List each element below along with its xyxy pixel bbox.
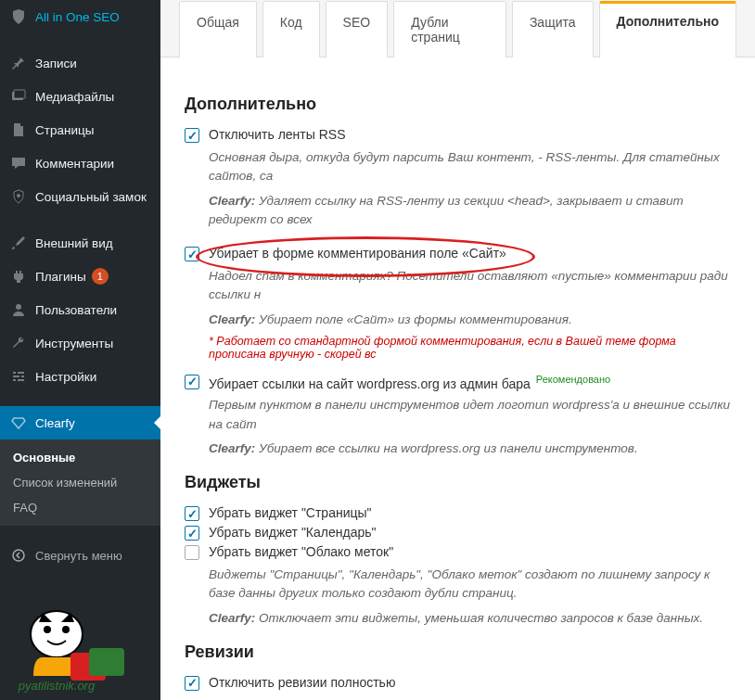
page-icon <box>9 121 28 139</box>
option-remove-website-field: Убирает в форме комментирования поле «Са… <box>185 246 731 361</box>
svg-point-2 <box>18 195 20 197</box>
option-label: Убрать виджет "Страницы" <box>209 505 372 520</box>
option-label: Убрать виджет "Облако меток" <box>209 544 393 559</box>
sidebar-item-posts[interactable]: Записи <box>0 46 160 80</box>
sidebar-item-tools[interactable]: Инструменты <box>0 326 160 360</box>
option-desc: Основная дыра, откуда будут парсить Ваш … <box>209 148 731 186</box>
pin-icon <box>9 54 28 72</box>
sidebar-label: Внешний вид <box>35 236 113 250</box>
section-title-widgets: Виджеты <box>185 473 731 492</box>
sidebar-label: Комментарии <box>35 157 114 171</box>
sidebar-item-clearfy[interactable]: Clearfy <box>0 406 160 439</box>
sidebar-label: Плагины <box>35 270 86 284</box>
user-icon <box>9 300 28 319</box>
checkbox-website-field[interactable] <box>185 247 199 261</box>
checkbox-widget-pages[interactable] <box>185 506 199 521</box>
settings-panel: Дополнительно Отключить ленты RSS Основн… <box>160 57 755 700</box>
submenu-faq[interactable]: FAQ <box>0 495 160 520</box>
checkbox-rss[interactable] <box>185 128 199 143</box>
lock-shield-icon <box>9 187 28 206</box>
sidebar-label: Пользователи <box>35 303 117 317</box>
svg-point-7 <box>62 626 70 633</box>
option-label: Убирает в форме комментирования поле «Са… <box>209 246 506 261</box>
option-desc: Надоел спам в комментариях? Посетители о… <box>209 267 731 305</box>
option-label: Убирает ссылки на сайт wordpress.org из … <box>209 374 610 391</box>
svg-point-3 <box>16 304 21 310</box>
sidebar-label: Записи <box>35 57 77 70</box>
tab-duplicates[interactable]: Дубли страниц <box>393 1 506 57</box>
comment-icon <box>9 154 28 172</box>
tabs-nav: Общая Код SEO Дубли страниц Защита Допол… <box>160 0 755 57</box>
watermark-logo: pyatilistnik.org <box>6 602 145 694</box>
tab-general[interactable]: Общая <box>179 1 257 57</box>
sidebar-item-users[interactable]: Пользователи <box>0 293 160 326</box>
sidebar-item-aioseo[interactable]: All in One SEO <box>0 0 160 33</box>
option-warning: * Работает со стандартной формой коммент… <box>209 335 731 361</box>
sidebar-label: Инструменты <box>35 337 113 350</box>
shield-icon <box>9 7 28 26</box>
checkbox-widget-calendar[interactable] <box>185 526 199 541</box>
option-widget-tagcloud: Убрать виджет "Облако меток" <box>185 544 731 560</box>
sidebar-label: Настройки <box>35 370 96 384</box>
svg-rect-11 <box>89 648 124 676</box>
checkbox-disable-revisions[interactable] <box>185 676 199 691</box>
sidebar-label: Медиафайлы <box>35 90 114 104</box>
svg-rect-1 <box>14 90 25 98</box>
option-clearfy: Clearfy: Убирает все ссылки на wordpress… <box>209 439 731 458</box>
sidebar-item-sociallock[interactable]: Социальный замок <box>0 180 160 213</box>
widgets-desc: Виджеты "Страницы", "Календарь", "Облако… <box>209 566 731 604</box>
checkbox-wplinks[interactable] <box>185 375 199 389</box>
admin-sidebar: All in One SEO Записи Медиафайлы Страниц… <box>0 0 160 700</box>
submenu-changelog[interactable]: Список изменений <box>0 470 160 495</box>
sidebar-label: All in One SEO <box>35 10 120 24</box>
option-label: Отключить ленты RSS <box>209 127 346 142</box>
sidebar-label: Страницы <box>35 123 94 137</box>
sliders-icon <box>9 367 28 386</box>
diamond-icon <box>9 414 28 432</box>
option-widget-calendar: Убрать виджет "Календарь" <box>185 525 731 541</box>
option-label: Убрать виджет "Календарь" <box>209 525 376 540</box>
option-desc: Первым пунктом в панели инструментов иде… <box>209 396 731 434</box>
sidebar-item-pages[interactable]: Страницы <box>0 113 160 146</box>
sidebar-item-media[interactable]: Медиафайлы <box>0 80 160 113</box>
wrench-icon <box>9 334 28 352</box>
update-badge: 1 <box>92 268 109 285</box>
collapse-label: Свернуть меню <box>35 549 122 563</box>
sidebar-item-plugins[interactable]: Плагины1 <box>0 260 160 293</box>
option-label: Отключить ревизии полностью <box>209 675 395 690</box>
sidebar-label: Clearfy <box>35 416 75 430</box>
submenu-main[interactable]: Основные <box>0 445 160 470</box>
content-area: Общая Код SEO Дубли страниц Защита Допол… <box>160 0 755 700</box>
tab-additional[interactable]: Дополнительно <box>599 1 736 57</box>
collapse-icon <box>9 546 28 565</box>
option-disable-rss: Отключить ленты RSS Основная дыра, откуд… <box>185 127 731 229</box>
option-widget-pages: Убрать виджет "Страницы" <box>185 505 731 521</box>
svg-point-4 <box>13 550 24 561</box>
brush-icon <box>9 234 28 252</box>
option-clearfy: Clearfy: Удаляет ссылку на RSS-ленту из … <box>209 192 731 230</box>
tab-code[interactable]: Код <box>262 1 320 57</box>
collapse-menu[interactable]: Свернуть меню <box>0 539 160 572</box>
section-title-additional: Дополнительно <box>185 95 731 114</box>
option-clearfy: Clearfy: Убирает поле «Сайт» из формы ко… <box>209 311 731 329</box>
svg-text:pyatilistnik.org: pyatilistnik.org <box>18 679 96 693</box>
section-title-revisions: Ревизии <box>185 643 731 662</box>
sidebar-item-appearance[interactable]: Внешний вид <box>0 226 160 260</box>
plug-icon <box>9 267 28 286</box>
option-remove-wplinks: Убирает ссылки на сайт wordpress.org из … <box>185 374 731 458</box>
widgets-clearfy: Clearfy: Отключает эти виджеты, уменьшая… <box>209 609 731 628</box>
checkbox-widget-tagcloud[interactable] <box>185 545 199 560</box>
tab-security[interactable]: Защита <box>512 1 594 57</box>
tab-seo[interactable]: SEO <box>326 1 389 57</box>
sidebar-submenu: Основные Список изменений FAQ <box>0 439 160 526</box>
option-disable-revisions: Отключить ревизии полностью <box>185 675 731 691</box>
svg-point-6 <box>44 626 51 633</box>
svg-point-5 <box>31 611 83 657</box>
sidebar-item-comments[interactable]: Комментарии <box>0 146 160 180</box>
sidebar-item-settings[interactable]: Настройки <box>0 360 160 393</box>
sidebar-label: Социальный замок <box>35 190 147 204</box>
recommended-badge: Рекомендовано <box>536 374 610 385</box>
media-icon <box>9 87 28 106</box>
